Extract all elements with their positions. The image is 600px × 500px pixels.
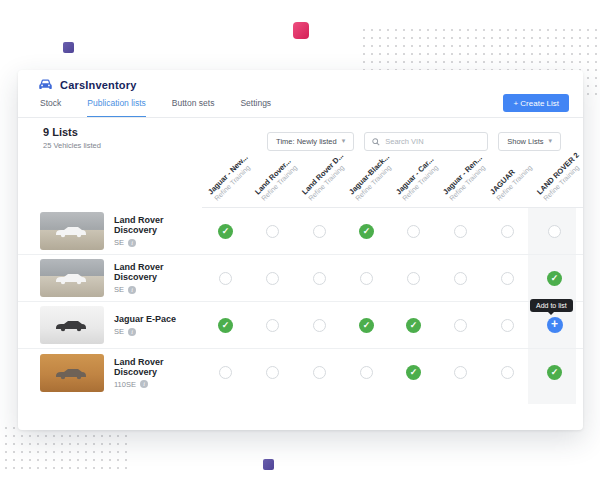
car-silhouette-icon [54,319,88,332]
column-header: LAND ROVER 2Refine Training [531,154,578,207]
decor-pink-square [293,22,309,39]
list-toggle[interactable] [313,319,326,332]
list-toggle[interactable] [454,225,467,238]
vehicle-name: Land Rover Discovery [114,262,202,282]
list-toggle[interactable] [359,224,374,239]
list-toggle[interactable] [547,365,562,380]
column-header: Jaguar - New...Refine Training [202,154,249,207]
table-row: Land Rover Discovery 110SEi [18,349,583,396]
vehicle-info: Jaguar E-Pace SEi [18,302,202,348]
list-toggle[interactable] [359,318,374,333]
info-icon[interactable]: i [128,239,136,247]
list-toggle[interactable] [407,272,420,285]
tab-settings[interactable]: Settings [240,98,271,118]
car-icon [38,78,53,91]
car-silhouette-icon [54,272,88,285]
list-toggle[interactable] [219,366,232,379]
column-header: Jaguar - Car...Refine Training [390,154,437,207]
list-membership-cells [202,255,578,301]
column-header: Jaguar-Black...Refine Training [343,154,390,207]
decor-purple-square-top [63,42,74,53]
list-membership-cells [202,302,578,348]
list-membership-cells [202,208,578,254]
list-toggle[interactable] [219,272,232,285]
list-toggle[interactable] [313,272,326,285]
cars-inventory-window: CarsInventory Stock Publication lists Bu… [18,70,583,430]
info-icon[interactable]: i [128,286,136,294]
app-header: CarsInventory [38,78,137,91]
list-toggle[interactable] [454,272,467,285]
list-toggle[interactable] [360,366,373,379]
lists-count: 9 Lists [43,126,101,138]
list-toggle[interactable] [266,272,279,285]
tab-stock[interactable]: Stock [40,98,61,118]
column-header: Land Rover...Refine Training [249,154,296,207]
list-toggle[interactable] [266,319,279,332]
search-vin-input[interactable] [385,137,480,146]
vehicle-photo [40,212,104,250]
vehicle-photo [40,259,104,297]
list-toggle[interactable] [406,365,421,380]
show-lists-label: Show Lists [507,137,543,146]
vehicle-name: Land Rover Discovery [114,215,202,235]
column-header: JAGUARRefine Training [484,154,531,207]
list-toggle[interactable] [360,272,373,285]
vehicles-count: 25 Vehicles listed [43,141,101,150]
list-toggle[interactable] [218,224,233,239]
info-icon[interactable]: i [128,328,136,336]
vehicle-trim: SE [114,238,124,247]
vehicle-trim: SE [114,285,124,294]
lists-summary: 9 Lists 25 Vehicles listed [43,126,101,150]
list-toggle[interactable] [407,225,420,238]
list-toggle[interactable] [501,272,514,285]
chevron-down-icon: ▾ [342,137,346,145]
vehicle-info: Land Rover Discovery SEi [18,208,202,254]
search-icon [372,138,380,146]
tab-publication-lists[interactable]: Publication lists [87,98,146,118]
info-icon[interactable]: i [140,380,148,388]
create-list-button[interactable]: + Create List [503,94,569,112]
list-toggle[interactable] [313,225,326,238]
vehicle-info: Land Rover Discovery 110SEi [18,349,202,396]
vehicle-name: Jaguar E-Pace [114,314,176,324]
vin-search[interactable] [364,132,488,151]
list-toggle[interactable] [501,225,514,238]
page-title: CarsInventory [60,79,137,91]
list-toggle[interactable] [266,225,279,238]
tab-button-sets[interactable]: Button sets [172,98,215,118]
show-lists-dropdown[interactable]: Show Lists ▾ [498,132,561,151]
vehicle-photo [40,354,104,392]
list-toggle[interactable] [218,318,233,333]
car-silhouette-icon [54,367,88,380]
vehicle-info: Land Rover Discovery SEi [18,255,202,301]
time-filter-label: Time: Newly listed [276,137,337,146]
vehicle-trim: SE [114,327,124,336]
car-silhouette-icon [54,225,88,238]
list-toggle[interactable] [548,225,561,238]
tabs-divider [18,117,583,118]
list-toggle[interactable] [454,366,467,379]
add-to-list-tooltip: Add to list [530,299,573,312]
list-toggle[interactable] [313,366,326,379]
chevron-down-icon: ▾ [548,137,552,145]
column-header: Jaguar - Ren...Refine Training [437,154,484,207]
add-to-list-button[interactable] [547,317,563,333]
page: CarsInventory Stock Publication lists Bu… [0,0,600,500]
list-toggle[interactable] [406,318,421,333]
list-toggle[interactable] [501,319,514,332]
time-filter-dropdown[interactable]: Time: Newly listed ▾ [267,132,354,151]
filter-bar: Time: Newly listed ▾ Show Lists ▾ [267,132,561,151]
vehicle-name: Land Rover Discovery [114,357,202,377]
table-column-headers: Jaguar - New...Refine Training Land Rove… [202,155,583,208]
publication-lists-table: Jaguar - New...Refine Training Land Rove… [18,155,583,396]
list-toggle[interactable] [266,366,279,379]
tab-bar: Stock Publication lists Button sets Sett… [40,98,463,118]
list-toggle[interactable] [501,366,514,379]
vehicle-photo [40,306,104,344]
list-membership-cells [202,349,578,396]
decor-purple-square-bottom [263,459,274,470]
dot-pattern-bottom-left [2,424,132,470]
vehicle-trim: 110SE [114,380,136,389]
list-toggle[interactable] [454,319,467,332]
list-toggle[interactable] [547,271,562,286]
